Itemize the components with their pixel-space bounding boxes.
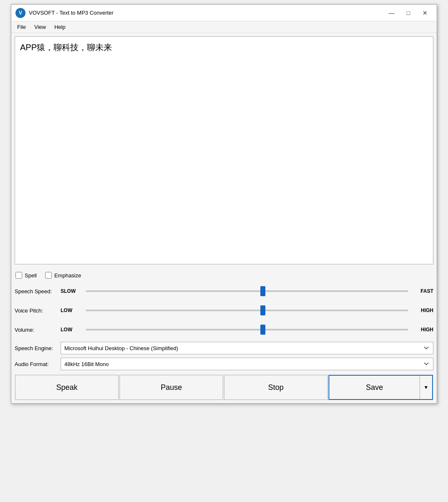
speech-speed-label: Speech Speed:: [15, 288, 61, 295]
main-window: V VOVSOFT - Text to MP3 Converter — □ ✕ …: [11, 4, 437, 404]
close-button[interactable]: ✕: [417, 7, 433, 19]
save-button[interactable]: Save: [329, 376, 420, 399]
emphasize-checkbox[interactable]: [45, 272, 52, 279]
bottom-buttons: Speak Pause Stop Save ▼: [15, 375, 433, 400]
window-title: VOVSOFT - Text to MP3 Converter: [29, 10, 114, 16]
title-bar: V VOVSOFT - Text to MP3 Converter — □ ✕: [11, 5, 437, 21]
speech-engine-row: Speech Engine: Microsoft Huihui Desktop …: [15, 341, 433, 355]
emphasize-checkbox-label[interactable]: Emphasize: [45, 272, 81, 279]
volume-max: HIGH: [408, 327, 433, 333]
volume-min: LOW: [61, 327, 86, 333]
spell-checkbox[interactable]: [15, 272, 22, 279]
volume-slider[interactable]: [86, 325, 408, 334]
save-dropdown-arrow[interactable]: ▼: [420, 376, 432, 399]
speech-speed-row: Speech Speed: SLOW FAST: [15, 282, 433, 300]
menu-file[interactable]: File: [13, 23, 30, 31]
speech-engine-select[interactable]: Microsoft Huihui Desktop - Chinese (Simp…: [61, 342, 433, 354]
voice-pitch-slider-container: [86, 301, 408, 320]
maximize-button[interactable]: □: [401, 7, 416, 19]
app-icon-letter: V: [19, 10, 22, 16]
audio-format-row: Audio Format: 48kHz 16Bit Mono 44kHz 16B…: [15, 357, 433, 371]
speech-speed-min: SLOW: [61, 288, 86, 294]
voice-pitch-min: LOW: [61, 307, 86, 313]
menu-bar: File View Help: [11, 21, 437, 33]
speak-button[interactable]: Speak: [15, 375, 119, 400]
audio-format-select[interactable]: 48kHz 16Bit Mono 44kHz 16Bit Mono 22kHz …: [61, 358, 433, 370]
volume-row: Volume: LOW HIGH: [15, 320, 433, 339]
speech-speed-slider[interactable]: [86, 287, 408, 295]
stop-button[interactable]: Stop: [224, 375, 328, 400]
main-content: APP猿，聊科技，聊未来 Spell Emphasize Speech Spee…: [11, 33, 437, 403]
title-bar-left: V VOVSOFT - Text to MP3 Converter: [15, 8, 114, 18]
menu-help[interactable]: Help: [50, 23, 70, 31]
audio-format-label: Audio Format:: [15, 361, 61, 367]
checkboxes-row: Spell Emphasize: [15, 269, 433, 282]
spell-checkbox-label[interactable]: Spell: [15, 272, 37, 279]
speech-speed-max: FAST: [408, 288, 433, 294]
volume-slider-container: [86, 320, 408, 339]
spell-label: Spell: [25, 272, 37, 279]
dropdown-section: Speech Engine: Microsoft Huihui Desktop …: [15, 341, 433, 371]
voice-pitch-label: Voice Pitch:: [15, 307, 61, 314]
text-area-wrapper: APP猿，聊科技，聊未来: [15, 36, 433, 264]
menu-view[interactable]: View: [30, 23, 50, 31]
speech-engine-label: Speech Engine:: [15, 345, 61, 351]
voice-pitch-slider[interactable]: [86, 306, 408, 315]
save-button-wrapper[interactable]: Save ▼: [328, 375, 433, 400]
save-dropdown-icon: ▼: [424, 384, 429, 390]
voice-pitch-row: Voice Pitch: LOW HIGH: [15, 301, 433, 320]
minimize-button[interactable]: —: [384, 7, 399, 19]
voice-pitch-max: HIGH: [408, 307, 433, 313]
title-bar-controls: — □ ✕: [384, 7, 433, 19]
text-input[interactable]: APP猿，聊科技，聊未来: [15, 37, 433, 263]
emphasize-label: Emphasize: [54, 272, 81, 279]
save-button-label: Save: [366, 383, 383, 392]
pause-button[interactable]: Pause: [120, 375, 223, 400]
app-icon: V: [15, 8, 25, 18]
slider-section: Speech Speed: SLOW FAST Voice Pitch: LOW…: [15, 282, 433, 339]
speech-speed-slider-container: [86, 282, 408, 300]
volume-label: Volume:: [15, 327, 61, 333]
